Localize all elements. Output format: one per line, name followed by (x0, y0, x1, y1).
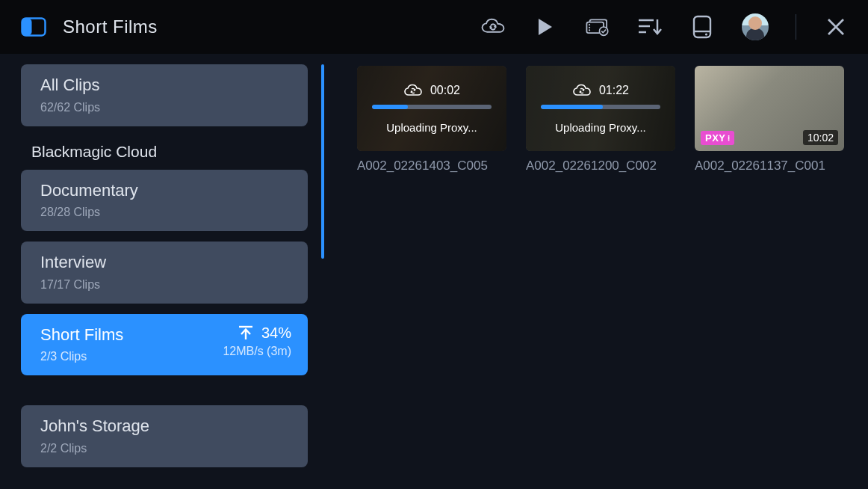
storage-icon (692, 15, 712, 39)
bin-johns-storage[interactable]: John's Storage 2/2 Clips (21, 405, 308, 467)
cloud-section-label: Blackmagic Cloud (21, 137, 326, 170)
divider (796, 14, 796, 40)
app-body: All Clips 62/62 Clips Blackmagic Cloud D… (0, 54, 868, 489)
bin-title: Documentary (40, 180, 291, 202)
close-button[interactable] (823, 14, 849, 40)
progress-fill (372, 105, 408, 109)
clip-thumbnail: 00:02 Uploading Proxy... (357, 66, 506, 151)
bin-title: John's Storage (40, 416, 291, 437)
upload-time: 00:02 (430, 84, 460, 97)
progress-bar (372, 105, 492, 109)
clip-item[interactable]: 01:22 Uploading Proxy... A002_02261200_C… (526, 66, 675, 173)
header-actions (480, 13, 849, 40)
bin-subtitle: 28/28 Clips (40, 206, 291, 219)
media-check-icon (585, 16, 610, 38)
bin-subtitle: 2/2 Clips (40, 442, 291, 455)
upload-time: 01:22 (599, 84, 629, 97)
cloud-sync-icon (572, 84, 592, 97)
clip-thumbnail: PXY⁞ 10:02 (695, 66, 844, 151)
upload-status: Uploading Proxy... (555, 121, 645, 134)
upload-overlay: 00:02 Uploading Proxy... (357, 66, 506, 151)
pxy-label: PXY (705, 132, 726, 144)
bin-all-clips[interactable]: All Clips 62/62 Clips (21, 64, 308, 126)
pxy-badge: PXY⁞ (701, 131, 734, 145)
progress-fill (541, 105, 603, 109)
sidebar-scrollbar[interactable] (321, 64, 324, 259)
upload-icon (238, 325, 254, 340)
storage-button[interactable] (689, 14, 715, 40)
svg-rect-1 (22, 19, 32, 36)
bin-documentary[interactable]: Documentary 28/28 Clips (21, 170, 308, 232)
upload-overlay: 01:22 Uploading Proxy... (526, 66, 675, 151)
clip-thumbnail: 01:22 Uploading Proxy... (526, 66, 675, 151)
user-avatar[interactable] (742, 13, 769, 40)
media-check-button[interactable] (585, 14, 610, 40)
upload-status: Uploading Proxy... (386, 121, 477, 134)
cloud-sync-icon (480, 16, 506, 37)
svg-point-14 (705, 33, 707, 35)
app-header: Short Films (0, 0, 868, 54)
sort-icon (637, 16, 663, 37)
bin-subtitle: 62/62 Clips (40, 101, 291, 114)
clip-item[interactable]: PXY⁞ 10:02 A002_02261137_C001 (695, 66, 844, 173)
svg-point-6 (589, 29, 590, 31)
clip-name: A002_02261200_C002 (526, 159, 675, 173)
svg-point-5 (589, 27, 590, 28)
pxy-dots-icon: ⁞ (728, 135, 731, 142)
duration-badge: 10:02 (803, 130, 838, 145)
sidebar: All Clips 62/62 Clips Blackmagic Cloud D… (0, 54, 326, 489)
bin-short-films[interactable]: Short Films 2/3 Clips 34% 12MB/s (3m) (21, 314, 308, 376)
bin-interview[interactable]: Interview 17/17 Clips (21, 242, 308, 304)
upload-rate: 12MB/s (3m) (223, 345, 291, 358)
upload-percent: 34% (261, 325, 291, 342)
play-button[interactable] (533, 14, 558, 40)
sidebar-icon (21, 17, 46, 37)
clip-name: A002_02261403_C005 (357, 159, 506, 173)
sidebar-toggle-button[interactable] (19, 16, 48, 38)
svg-rect-12 (694, 16, 710, 37)
bin-subtitle: 17/17 Clips (40, 278, 291, 292)
cloud-sync-icon (403, 84, 423, 97)
upload-stats: 34% 12MB/s (3m) (223, 325, 291, 358)
sort-button[interactable] (637, 14, 663, 40)
bin-title: Short Films (40, 325, 123, 346)
cloud-sync-button[interactable] (480, 14, 506, 40)
play-icon (537, 17, 554, 37)
clips-grid: 00:02 Uploading Proxy... A002_02261403_C… (326, 54, 868, 489)
svg-point-4 (589, 24, 590, 25)
bin-subtitle: 2/3 Clips (40, 350, 123, 363)
clip-item[interactable]: 00:02 Uploading Proxy... A002_02261403_C… (357, 66, 506, 173)
page-title: Short Films (63, 16, 158, 37)
clip-name: A002_02261137_C001 (695, 159, 844, 173)
bin-title: Interview (40, 252, 291, 274)
bin-title: All Clips (40, 75, 291, 96)
close-icon (826, 17, 846, 37)
progress-bar (541, 105, 660, 109)
